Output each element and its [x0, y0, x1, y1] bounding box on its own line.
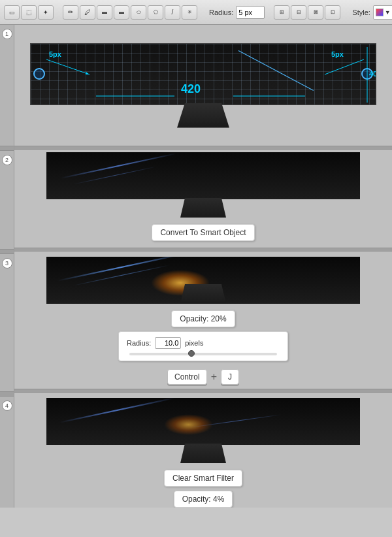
- gutter-sep3: [0, 391, 14, 397]
- align-center-btn[interactable]: ⊟: [291, 5, 306, 20]
- radius-label: Radius:: [209, 8, 233, 16]
- ellipse-btn[interactable]: ⬭: [131, 5, 146, 20]
- canvas-container: 5px 5px 40: [30, 43, 376, 128]
- gutter-col: 1 2 3 4: [0, 25, 14, 508]
- pen-tool-btn[interactable]: ✏: [63, 5, 78, 20]
- toolbar-pen-tools: ✏ 🖊 ▬ ▬ ⬭ ⬠ / ✳: [63, 5, 197, 20]
- gutter-step3: 3: [0, 254, 14, 391]
- anchor-left[interactable]: [33, 68, 45, 80]
- gutter-step1: 1: [0, 25, 14, 146]
- section4-block: Clear Smart Filter Opacity: 4%: [14, 393, 392, 508]
- annotation-text-2: Convert To Smart Object: [160, 228, 246, 237]
- gutter-step2: 2: [0, 151, 14, 249]
- section2-annotation: Convert To Smart Object: [152, 224, 254, 241]
- section2-block: Convert To Smart Object: [14, 150, 392, 248]
- toolbar: ▭ ⬚ ✦ ✏ 🖊 ▬ ▬ ⬭ ⬠ / ✳ Radius: ⊞ ⊟ ⊠ ⊡ St…: [0, 0, 392, 25]
- rounded-rect-btn[interactable]: ▬: [114, 5, 129, 20]
- move-tool-btn[interactable]: ✦: [38, 5, 54, 20]
- sections-container: 1 2 3 4: [0, 25, 392, 508]
- monitor-stand-4: [180, 444, 226, 463]
- radius-slider-track[interactable]: [129, 353, 277, 355]
- section3-block: Opacity: 20% Radius: pixels: [14, 252, 392, 389]
- section1-inner: 5px 5px 40: [14, 25, 392, 146]
- step2-number: 2: [2, 155, 12, 165]
- radius-unit-label: pixels: [185, 339, 203, 347]
- radius-input-field[interactable]: [155, 337, 181, 349]
- step1-number: 1: [2, 29, 12, 39]
- radius-input[interactable]: [236, 6, 265, 19]
- j-label: J: [228, 372, 232, 382]
- control-label: Control: [174, 372, 200, 382]
- rect-shape-btn[interactable]: ▬: [97, 5, 112, 20]
- page-layout: ▭ ⬚ ✦ ✏ 🖊 ▬ ▬ ⬭ ⬠ / ✳ Radius: ⊞ ⊟ ⊠ ⊡ St…: [0, 0, 392, 508]
- clear-smart-filter-label: Clear Smart Filter: [172, 474, 234, 483]
- plus-symbol: +: [211, 371, 217, 383]
- radius-slider-thumb[interactable]: [188, 350, 195, 357]
- selection-tool-btn[interactable]: ⬚: [21, 5, 37, 20]
- gutter-sep1: [0, 146, 14, 151]
- monitor-body: 5px 5px 40: [30, 43, 376, 105]
- section1-block: 5px 5px 40: [14, 25, 392, 146]
- step3-number: 3: [2, 258, 12, 268]
- opacity-text-4: Opacity: 4%: [182, 495, 225, 504]
- step4-number: 4: [2, 400, 12, 411]
- control-key-btn[interactable]: Control: [167, 369, 207, 385]
- monitor-screen-2: [46, 152, 360, 199]
- radius-box: Radius: pixels: [118, 331, 288, 361]
- custom-shape-btn[interactable]: ✳: [182, 5, 197, 20]
- section3-monitor: [46, 257, 360, 304]
- style-label: Style:: [352, 8, 370, 16]
- style-picker[interactable]: ▼: [373, 5, 392, 20]
- light-streak-2b: [73, 166, 156, 184]
- gutter-step4: 4: [0, 397, 14, 508]
- section4-inner: Clear Smart Filter Opacity: 4%: [14, 393, 392, 508]
- align-right-btn[interactable]: ⊠: [308, 5, 323, 20]
- keyboard-row: Control + J: [167, 369, 239, 385]
- section3-opacity-annotation: Opacity: 20%: [171, 310, 235, 327]
- radius-label-row: Radius: pixels: [127, 337, 280, 349]
- j-key-btn[interactable]: J: [221, 369, 239, 385]
- section2-monitor: [46, 152, 360, 218]
- toolbar-align-tools: ⊞ ⊟ ⊠ ⊡: [274, 5, 340, 20]
- gutter-sep2: [0, 249, 14, 254]
- section4-opacity-annotation: Opacity: 4%: [174, 491, 233, 508]
- light-streak-4a: [59, 398, 174, 423]
- distribute-btn[interactable]: ⊡: [325, 5, 340, 20]
- opacity-text-3: Opacity: 20%: [180, 314, 226, 323]
- line-tool-btn[interactable]: /: [165, 5, 180, 20]
- brush-tool-btn[interactable]: 🖊: [80, 5, 95, 20]
- radius-label: Radius:: [127, 339, 151, 347]
- clear-smart-filter-box[interactable]: Clear Smart Filter: [164, 470, 242, 487]
- section3-inner: Opacity: 20% Radius: pixels: [14, 252, 392, 389]
- section2-inner: Convert To Smart Object: [14, 150, 392, 248]
- rectangle-tool-btn[interactable]: ▭: [4, 5, 20, 20]
- monitor-stand: [177, 103, 229, 128]
- monitor-stand-3: [180, 284, 226, 304]
- monitor-screen-4: [46, 398, 360, 445]
- monitor-stand-2: [180, 198, 226, 218]
- toolbar-shape-tools: ▭ ⬚ ✦: [4, 5, 54, 20]
- anchor-right[interactable]: [361, 68, 373, 80]
- section4-monitor: [46, 398, 360, 463]
- grid-overlay: [31, 44, 376, 105]
- content-col: 5px 5px 40: [14, 25, 392, 508]
- align-left-btn[interactable]: ⊞: [274, 5, 289, 20]
- polygon-btn[interactable]: ⬠: [148, 5, 163, 20]
